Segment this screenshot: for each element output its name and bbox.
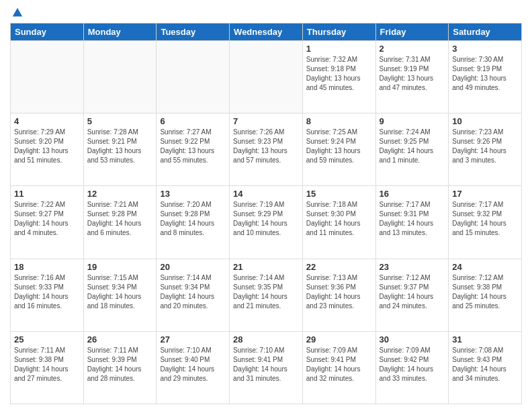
day-number: 31 (452, 334, 518, 345)
day-number: 30 (380, 334, 445, 345)
day-info: Sunrise: 7:11 AMSunset: 9:39 PMDaylight:… (87, 346, 153, 383)
day-number: 11 (14, 189, 80, 199)
day-info: Sunrise: 7:20 AMSunset: 9:28 PMDaylight:… (160, 200, 226, 238)
day-number: 26 (87, 334, 153, 345)
calendar-day-cell (230, 41, 303, 113)
day-info: Sunrise: 7:27 AMSunset: 9:22 PMDaylight:… (160, 128, 226, 165)
day-info: Sunrise: 7:29 AMSunset: 9:20 PMDaylight:… (14, 128, 80, 165)
day-number: 21 (233, 262, 299, 272)
day-info: Sunrise: 7:14 AMSunset: 9:35 PMDaylight:… (233, 273, 299, 311)
day-info: Sunrise: 7:11 AMSunset: 9:38 PMDaylight:… (14, 346, 80, 383)
day-number: 8 (306, 116, 372, 126)
day-number: 13 (160, 189, 226, 199)
day-info: Sunrise: 7:22 AMSunset: 9:27 PMDaylight:… (14, 200, 80, 238)
day-number: 19 (87, 262, 153, 272)
calendar-day-cell: 9Sunrise: 7:24 AMSunset: 9:25 PMDaylight… (375, 113, 449, 186)
calendar-day-cell: 1Sunrise: 7:32 AMSunset: 9:18 PMDaylight… (302, 41, 375, 113)
calendar-week-row: 4Sunrise: 7:29 AMSunset: 9:20 PMDaylight… (11, 113, 522, 186)
day-number: 24 (452, 262, 518, 272)
calendar-day-cell: 12Sunrise: 7:21 AMSunset: 9:28 PMDayligh… (83, 186, 157, 259)
day-number: 10 (452, 116, 518, 126)
day-number: 2 (380, 44, 445, 54)
calendar-day-cell: 28Sunrise: 7:10 AMSunset: 9:41 PMDayligh… (230, 331, 303, 404)
calendar-day-header: Thursday (302, 24, 375, 41)
calendar-day-cell: 18Sunrise: 7:16 AMSunset: 9:33 PMDayligh… (11, 259, 84, 331)
calendar-week-row: 18Sunrise: 7:16 AMSunset: 9:33 PMDayligh… (11, 259, 522, 331)
day-info: Sunrise: 7:17 AMSunset: 9:31 PMDaylight:… (380, 200, 445, 238)
calendar-day-cell: 22Sunrise: 7:13 AMSunset: 9:36 PMDayligh… (302, 259, 375, 331)
day-info: Sunrise: 7:25 AMSunset: 9:24 PMDaylight:… (306, 128, 372, 165)
svg-marker-0 (13, 8, 22, 17)
day-number: 15 (306, 189, 372, 199)
day-number: 29 (306, 334, 372, 345)
day-info: Sunrise: 7:09 AMSunset: 9:41 PMDaylight:… (306, 346, 372, 383)
day-number: 3 (452, 44, 518, 54)
calendar-day-cell: 13Sunrise: 7:20 AMSunset: 9:28 PMDayligh… (157, 186, 230, 259)
calendar-day-cell: 23Sunrise: 7:12 AMSunset: 9:37 PMDayligh… (375, 259, 449, 331)
day-info: Sunrise: 7:09 AMSunset: 9:42 PMDaylight:… (380, 346, 445, 383)
calendar-day-cell: 31Sunrise: 7:08 AMSunset: 9:43 PMDayligh… (449, 331, 522, 404)
calendar-day-cell: 15Sunrise: 7:18 AMSunset: 9:30 PMDayligh… (302, 186, 375, 259)
day-info: Sunrise: 7:18 AMSunset: 9:30 PMDaylight:… (306, 200, 372, 238)
day-number: 22 (306, 262, 372, 272)
calendar-day-cell (83, 41, 157, 113)
day-number: 28 (233, 334, 299, 345)
calendar-body: 1Sunrise: 7:32 AMSunset: 9:18 PMDaylight… (11, 41, 522, 404)
calendar-day-cell: 29Sunrise: 7:09 AMSunset: 9:41 PMDayligh… (302, 331, 375, 404)
calendar-day-cell: 7Sunrise: 7:26 AMSunset: 9:23 PMDaylight… (230, 113, 303, 186)
calendar-day-header: Tuesday (157, 24, 230, 41)
calendar-day-cell: 16Sunrise: 7:17 AMSunset: 9:31 PMDayligh… (375, 186, 449, 259)
calendar-day-cell: 17Sunrise: 7:17 AMSunset: 9:32 PMDayligh… (449, 186, 522, 259)
calendar-day-cell (157, 41, 230, 113)
calendar-week-row: 11Sunrise: 7:22 AMSunset: 9:27 PMDayligh… (11, 186, 522, 259)
calendar-day-cell: 2Sunrise: 7:31 AMSunset: 9:19 PMDaylight… (375, 41, 449, 113)
day-info: Sunrise: 7:16 AMSunset: 9:33 PMDaylight:… (14, 273, 80, 311)
calendar-day-cell: 30Sunrise: 7:09 AMSunset: 9:42 PMDayligh… (375, 331, 449, 404)
day-number: 25 (14, 334, 80, 345)
calendar-day-cell: 21Sunrise: 7:14 AMSunset: 9:35 PMDayligh… (230, 259, 303, 331)
day-info: Sunrise: 7:14 AMSunset: 9:34 PMDaylight:… (160, 273, 226, 311)
day-number: 4 (14, 116, 80, 126)
day-number: 9 (380, 116, 445, 126)
day-number: 7 (233, 116, 299, 126)
day-info: Sunrise: 7:23 AMSunset: 9:26 PMDaylight:… (452, 128, 518, 165)
day-number: 20 (160, 262, 226, 272)
day-info: Sunrise: 7:32 AMSunset: 9:18 PMDaylight:… (306, 55, 372, 93)
calendar-day-header: Friday (375, 24, 449, 41)
calendar-week-row: 1Sunrise: 7:32 AMSunset: 9:18 PMDaylight… (11, 41, 522, 113)
day-number: 5 (87, 116, 153, 126)
day-number: 6 (160, 116, 226, 126)
calendar-day-cell: 14Sunrise: 7:19 AMSunset: 9:29 PMDayligh… (230, 186, 303, 259)
day-info: Sunrise: 7:13 AMSunset: 9:36 PMDaylight:… (306, 273, 372, 311)
page: SundayMondayTuesdayWednesdayThursdayFrid… (0, 0, 532, 411)
day-info: Sunrise: 7:17 AMSunset: 9:32 PMDaylight:… (452, 200, 518, 238)
logo-icon (11, 7, 24, 19)
day-info: Sunrise: 7:28 AMSunset: 9:21 PMDaylight:… (87, 128, 153, 165)
calendar-day-cell (11, 41, 84, 113)
calendar-day-cell: 11Sunrise: 7:22 AMSunset: 9:27 PMDayligh… (11, 186, 84, 259)
day-info: Sunrise: 7:31 AMSunset: 9:19 PMDaylight:… (380, 55, 445, 93)
day-number: 27 (160, 334, 226, 345)
calendar-header-row: SundayMondayTuesdayWednesdayThursdayFrid… (11, 24, 522, 41)
calendar-day-header: Sunday (11, 24, 84, 41)
calendar-day-cell: 27Sunrise: 7:10 AMSunset: 9:40 PMDayligh… (157, 331, 230, 404)
day-info: Sunrise: 7:10 AMSunset: 9:41 PMDaylight:… (233, 346, 299, 383)
day-number: 14 (233, 189, 299, 199)
day-info: Sunrise: 7:12 AMSunset: 9:37 PMDaylight:… (380, 273, 445, 311)
day-info: Sunrise: 7:30 AMSunset: 9:19 PMDaylight:… (452, 55, 518, 93)
day-info: Sunrise: 7:12 AMSunset: 9:38 PMDaylight:… (452, 273, 518, 311)
calendar-day-header: Wednesday (230, 24, 303, 41)
day-info: Sunrise: 7:15 AMSunset: 9:34 PMDaylight:… (87, 273, 153, 311)
calendar-day-cell: 4Sunrise: 7:29 AMSunset: 9:20 PMDaylight… (11, 113, 84, 186)
calendar-day-header: Monday (83, 24, 157, 41)
day-number: 17 (452, 189, 518, 199)
calendar-day-cell: 5Sunrise: 7:28 AMSunset: 9:21 PMDaylight… (83, 113, 157, 186)
header (10, 7, 522, 19)
calendar-day-cell: 24Sunrise: 7:12 AMSunset: 9:38 PMDayligh… (449, 259, 522, 331)
calendar-week-row: 25Sunrise: 7:11 AMSunset: 9:38 PMDayligh… (11, 331, 522, 404)
day-info: Sunrise: 7:10 AMSunset: 9:40 PMDaylight:… (160, 346, 226, 383)
day-number: 12 (87, 189, 153, 199)
calendar-day-cell: 20Sunrise: 7:14 AMSunset: 9:34 PMDayligh… (157, 259, 230, 331)
calendar-day-cell: 19Sunrise: 7:15 AMSunset: 9:34 PMDayligh… (83, 259, 157, 331)
logo (10, 7, 24, 19)
